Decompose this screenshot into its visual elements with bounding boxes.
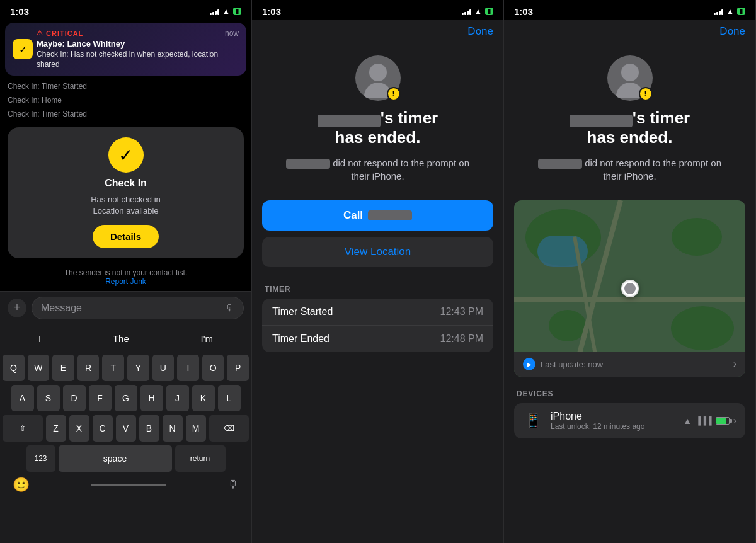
map-update-text: Last update: now xyxy=(541,360,603,369)
key-u[interactable]: U xyxy=(152,355,175,381)
device-sub: Last unlock: 12 minutes ago xyxy=(551,422,675,431)
key-f[interactable]: F xyxy=(89,385,112,411)
devices-section-label: DEVICES xyxy=(514,389,745,398)
key-123[interactable]: 123 xyxy=(26,445,55,472)
checkin-header-3: ! 's timer has ended. did not respond to… xyxy=(504,40,755,193)
key-r[interactable]: R xyxy=(77,355,100,381)
emoji-key[interactable]: 🙂 xyxy=(13,477,30,493)
checkin-app-icon: ✓ xyxy=(13,39,33,59)
sender-notice: The sender is not in your contact list. … xyxy=(0,263,251,291)
key-e[interactable]: E xyxy=(52,355,74,381)
keyboard-suggestions: I The I'm xyxy=(3,328,249,352)
timer-started-value: 12:43 PM xyxy=(440,306,483,317)
key-p[interactable]: P xyxy=(227,355,249,381)
call-button-2[interactable]: Call xyxy=(262,200,493,231)
signal-bar xyxy=(212,12,214,15)
timer-section-label-2: TIMER xyxy=(262,285,493,294)
add-attachment-button[interactable]: + xyxy=(8,299,26,317)
key-k[interactable]: K xyxy=(192,385,215,411)
key-x[interactable]: X xyxy=(69,415,89,442)
device-status: ▲ ▐▐▐ › xyxy=(683,415,736,426)
avatar-3: ! xyxy=(607,55,653,101)
key-a[interactable]: A xyxy=(11,385,34,411)
key-h[interactable]: H xyxy=(140,385,163,411)
map-road-2 xyxy=(514,297,745,302)
key-delete[interactable]: ⌫ xyxy=(209,415,249,442)
key-i[interactable]: I xyxy=(177,355,199,381)
map-location-pin xyxy=(621,280,639,297)
device-row-iphone[interactable]: 📱 iPhone Last unlock: 12 minutes ago ▲ ▐… xyxy=(514,403,745,438)
key-d[interactable]: D xyxy=(63,385,86,411)
map-background xyxy=(514,200,745,377)
suggestion-0[interactable]: I xyxy=(31,331,49,346)
key-w[interactable]: W xyxy=(28,355,50,381)
signal-bar xyxy=(469,9,471,15)
checkin-bubble-subtitle: Has not checked in Location available xyxy=(91,194,161,217)
done-button-2[interactable]: Done xyxy=(467,25,493,38)
view-location-button-2[interactable]: View Location xyxy=(262,237,493,267)
key-return[interactable]: return xyxy=(175,445,226,472)
message-input-row: + Message 🎙 xyxy=(0,291,251,324)
notification-time: now xyxy=(225,29,239,38)
keyboard-rows: Q W E R T Y U I O P A S D F G H J K L xyxy=(3,355,249,472)
key-g[interactable]: G xyxy=(115,385,137,411)
key-z[interactable]: Z xyxy=(46,415,66,442)
notification-body: Check In: Has not checked in when expect… xyxy=(37,50,239,69)
notification-app-icon: ✓ xyxy=(13,39,33,59)
key-n[interactable]: N xyxy=(163,415,183,442)
pin-inner xyxy=(624,283,636,294)
status-bar-3: 1:03 ▲ ▮ xyxy=(504,0,755,20)
message-placeholder: Message xyxy=(41,302,82,314)
key-space[interactable]: space xyxy=(59,445,172,472)
map-section[interactable]: ▶ Last update: now › xyxy=(514,200,745,377)
notification-banner[interactable]: ✓ ⚠ CRITICAL Maybe: Lance Whitney Check … xyxy=(5,23,246,76)
key-t[interactable]: T xyxy=(102,355,124,381)
home-indicator xyxy=(91,484,166,486)
key-q[interactable]: Q xyxy=(3,355,25,381)
timer-row-started: Timer Started 12:43 PM xyxy=(262,299,493,326)
key-m[interactable]: M xyxy=(186,415,206,442)
message-input-field[interactable]: Message 🎙 xyxy=(32,297,244,319)
device-wifi-icon: ▲ xyxy=(683,416,692,426)
blurred-subtitle-name-3 xyxy=(538,159,582,169)
timer-subtitle-3: did not respond to the prompt on their i… xyxy=(523,156,736,183)
key-j[interactable]: J xyxy=(166,385,189,411)
dictation-key[interactable]: 🎙 xyxy=(227,478,239,491)
key-b[interactable]: B xyxy=(139,415,159,442)
key-y[interactable]: Y xyxy=(127,355,149,381)
battery-icon-2: ▮ xyxy=(485,8,493,15)
suggestion-1[interactable]: The xyxy=(105,331,137,346)
blurred-name-2 xyxy=(318,115,381,127)
key-row-2: A S D F G H J K L xyxy=(3,385,249,411)
map-footer[interactable]: ▶ Last update: now › xyxy=(514,352,745,377)
key-c[interactable]: C xyxy=(93,415,113,442)
key-v[interactable]: V xyxy=(116,415,136,442)
timer-subtitle-2: did not respond to the prompt on their i… xyxy=(271,156,484,183)
signal-bar xyxy=(464,12,466,15)
timer-ended-title-3: has ended. xyxy=(570,128,690,147)
details-button[interactable]: Details xyxy=(93,225,159,248)
key-o[interactable]: O xyxy=(202,355,224,381)
avatar-head-3 xyxy=(621,64,639,81)
report-junk-link[interactable]: Report Junk xyxy=(5,277,246,286)
suggestion-2[interactable]: I'm xyxy=(193,331,221,346)
blurred-subtitle-name-2 xyxy=(286,159,330,169)
key-shift[interactable]: ⇧ xyxy=(3,415,43,442)
key-row-1: Q W E R T Y U I O P xyxy=(3,355,249,381)
signal-bar xyxy=(217,9,219,15)
timer-started-label: Timer Started xyxy=(272,306,333,317)
location-arrow-icon: ▶ xyxy=(527,361,532,368)
battery-icon-3: ▮ xyxy=(737,8,745,15)
done-button-3[interactable]: Done xyxy=(719,25,745,38)
checkin-item: Check In: Timer Started xyxy=(0,107,251,121)
key-row-3: ⇧ Z X C V B N M ⌫ xyxy=(3,415,249,442)
key-l[interactable]: L xyxy=(218,385,241,411)
key-s[interactable]: S xyxy=(37,385,60,411)
location-dot-icon: ▶ xyxy=(523,358,536,370)
signal-bar xyxy=(467,11,469,15)
status-icons-3: ▲ ▮ xyxy=(714,7,745,16)
signal-bar xyxy=(719,11,721,15)
checkin-item: Check In: Home xyxy=(0,93,251,107)
panel-checkin-detail: 1:03 ▲ ▮ Done ! 's timer xyxy=(252,0,504,543)
timer-ended-text-2: 's timer has ended. xyxy=(318,108,438,149)
